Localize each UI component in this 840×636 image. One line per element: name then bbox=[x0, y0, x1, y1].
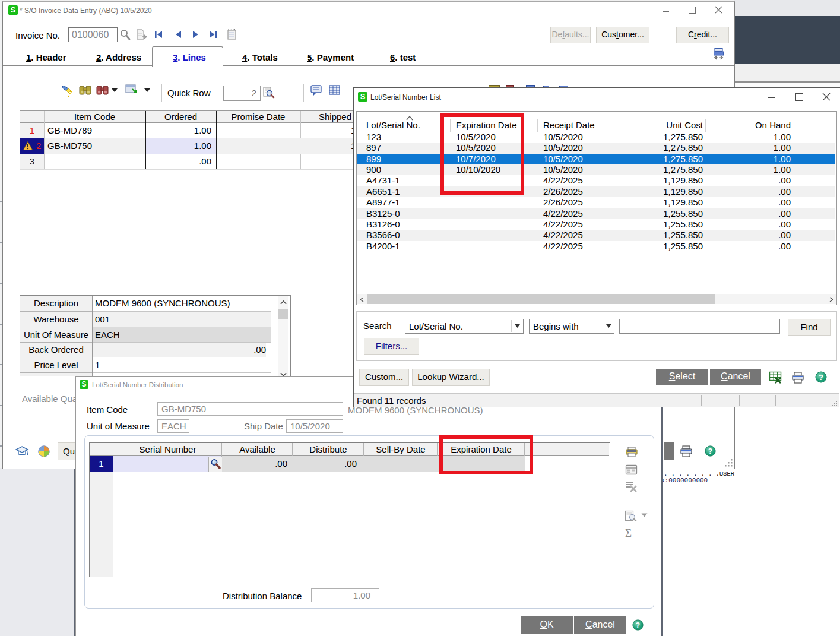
svg-text:?: ? bbox=[708, 447, 712, 455]
svg-text:?: ? bbox=[636, 621, 640, 629]
svg-text:?: ? bbox=[819, 373, 823, 382]
